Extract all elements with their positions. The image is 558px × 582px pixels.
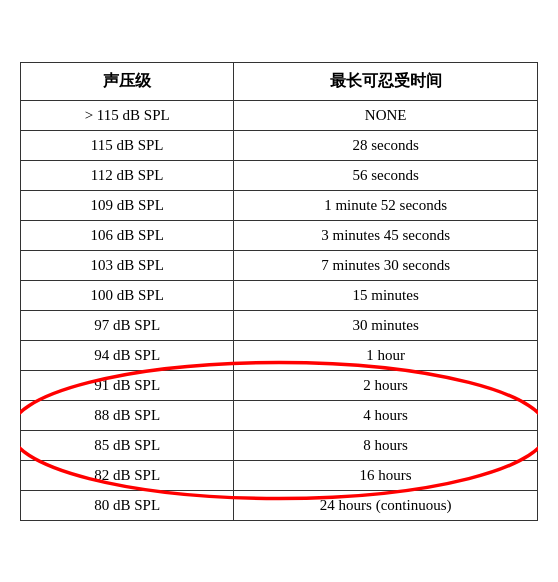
col2-header: 最长可忍受时间 [234, 62, 538, 100]
table-row: 106 dB SPL3 minutes 45 seconds [21, 220, 538, 250]
sound-pressure-table: 声压级 最长可忍受时间 > 115 dB SPLNONE115 dB SPL28… [20, 62, 538, 521]
level-cell: 91 dB SPL [21, 370, 234, 400]
table-row: > 115 dB SPLNONE [21, 100, 538, 130]
table-row: 115 dB SPL28 seconds [21, 130, 538, 160]
level-cell: 80 dB SPL [21, 490, 234, 520]
table-wrapper: 声压级 最长可忍受时间 > 115 dB SPLNONE115 dB SPL28… [20, 62, 538, 521]
level-cell: 94 dB SPL [21, 340, 234, 370]
level-cell: > 115 dB SPL [21, 100, 234, 130]
page-container: 声压级 最长可忍受时间 > 115 dB SPLNONE115 dB SPL28… [0, 0, 558, 582]
table-row: 94 dB SPL1 hour [21, 340, 538, 370]
table-row: 91 dB SPL2 hours [21, 370, 538, 400]
table-row: 109 dB SPL1 minute 52 seconds [21, 190, 538, 220]
table-row: 97 dB SPL30 minutes [21, 310, 538, 340]
level-cell: 88 dB SPL [21, 400, 234, 430]
level-cell: 82 dB SPL [21, 460, 234, 490]
level-cell: 103 dB SPL [21, 250, 234, 280]
time-cell: 4 hours [234, 400, 538, 430]
level-cell: 112 dB SPL [21, 160, 234, 190]
level-cell: 109 dB SPL [21, 190, 234, 220]
table-row: 88 dB SPL4 hours [21, 400, 538, 430]
time-cell: 15 minutes [234, 280, 538, 310]
table-row: 85 dB SPL8 hours [21, 430, 538, 460]
time-cell: 24 hours (continuous) [234, 490, 538, 520]
time-cell: 30 minutes [234, 310, 538, 340]
col1-header: 声压级 [21, 62, 234, 100]
time-cell: 56 seconds [234, 160, 538, 190]
time-cell: 1 minute 52 seconds [234, 190, 538, 220]
level-cell: 100 dB SPL [21, 280, 234, 310]
table-row: 100 dB SPL15 minutes [21, 280, 538, 310]
time-cell: 8 hours [234, 430, 538, 460]
time-cell: 3 minutes 45 seconds [234, 220, 538, 250]
level-cell: 85 dB SPL [21, 430, 234, 460]
level-cell: 106 dB SPL [21, 220, 234, 250]
time-cell: 7 minutes 30 seconds [234, 250, 538, 280]
time-cell: 16 hours [234, 460, 538, 490]
level-cell: 97 dB SPL [21, 310, 234, 340]
table-row: 82 dB SPL16 hours [21, 460, 538, 490]
time-cell: 2 hours [234, 370, 538, 400]
table-row: 112 dB SPL56 seconds [21, 160, 538, 190]
time-cell: 28 seconds [234, 130, 538, 160]
time-cell: NONE [234, 100, 538, 130]
time-cell: 1 hour [234, 340, 538, 370]
table-row: 103 dB SPL7 minutes 30 seconds [21, 250, 538, 280]
table-row: 80 dB SPL24 hours (continuous) [21, 490, 538, 520]
level-cell: 115 dB SPL [21, 130, 234, 160]
